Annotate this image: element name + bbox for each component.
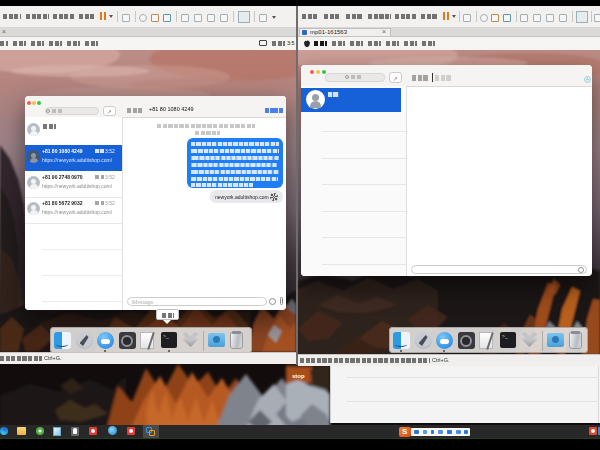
svg-text:stop: stop (292, 373, 305, 379)
